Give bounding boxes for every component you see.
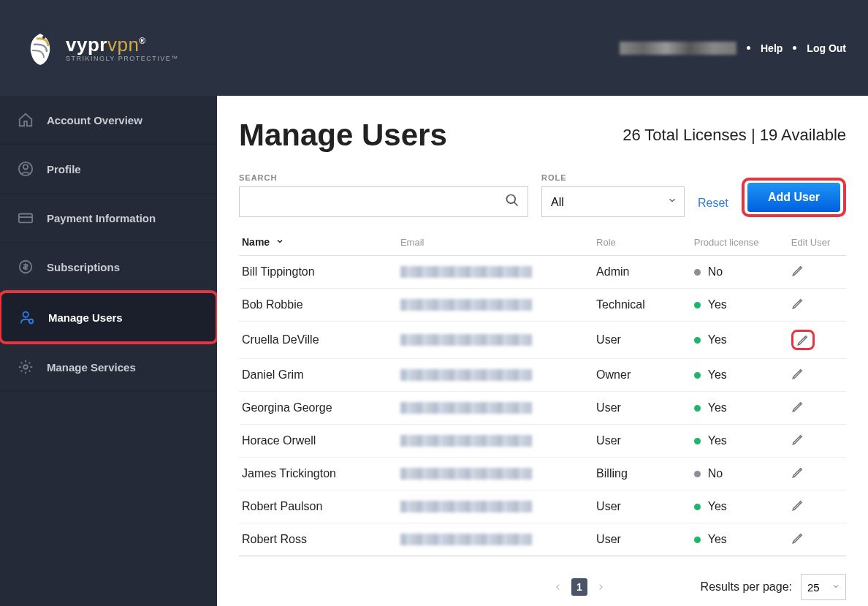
sidebar-item-account-overview[interactable]: Account Overview	[0, 96, 217, 145]
edit-user-button[interactable]	[791, 400, 804, 413]
cell-email	[397, 523, 593, 556]
header-right: Help Log Out	[620, 42, 846, 55]
status-dot-icon	[694, 438, 701, 444]
table-row: Daniel GrimOwnerYes	[239, 359, 846, 392]
cell-role: Billing	[593, 458, 691, 491]
page-number[interactable]: 1	[571, 578, 587, 596]
cell-email	[397, 491, 593, 523]
pagination: 1	[332, 578, 608, 596]
col-name[interactable]: Name	[239, 230, 397, 256]
svg-line-10	[514, 202, 518, 206]
cell-name: James Trickington	[239, 458, 397, 491]
cell-name: Robert Paulson	[239, 491, 397, 523]
add-user-button[interactable]: Add User	[747, 183, 840, 212]
cell-license: Yes	[691, 392, 788, 425]
edit-user-button[interactable]	[791, 466, 804, 479]
cell-name: Robert Ross	[239, 523, 397, 556]
table-row: Bob RobbieTechnicalYes	[239, 289, 846, 322]
header: vyprvpn® STRIKINGLY PROTECTIVE™ Help Log…	[0, 0, 868, 96]
edit-user-button[interactable]	[791, 367, 804, 380]
results-per-page-label: Results per page:	[701, 580, 792, 594]
reset-link[interactable]: Reset	[698, 197, 728, 217]
cell-email	[397, 392, 593, 425]
help-link[interactable]: Help	[761, 42, 783, 54]
search-input[interactable]	[239, 186, 528, 217]
brand-tagline: STRIKINGLY PROTECTIVE™	[66, 55, 179, 62]
sidebar-item-subscriptions[interactable]: Subscriptions	[0, 243, 217, 292]
table-row: Robert RossUserYes	[239, 523, 846, 556]
home-icon	[18, 112, 34, 128]
cell-name: Daniel Grim	[239, 359, 397, 392]
next-page-button[interactable]	[593, 578, 608, 596]
status-dot-icon	[694, 405, 701, 412]
edit-user-button[interactable]	[791, 330, 815, 350]
status-dot-icon	[694, 504, 701, 510]
cell-email	[397, 458, 593, 491]
role-select[interactable]: All	[541, 186, 685, 217]
edit-user-button[interactable]	[791, 264, 804, 277]
cell-license: Yes	[691, 523, 788, 556]
cell-email	[397, 359, 593, 392]
cell-email	[397, 322, 593, 359]
status-dot-icon	[694, 471, 701, 477]
status-dot-icon	[694, 537, 701, 543]
table-row: Georgina GeorgeUserYes	[239, 392, 846, 425]
sidebar-item-manage-services[interactable]: Manage Services	[0, 343, 217, 392]
edit-user-button[interactable]	[791, 499, 804, 512]
status-dot-icon	[694, 337, 701, 344]
cell-license: Yes	[691, 289, 788, 322]
sidebar-item-label: Manage Users	[48, 311, 123, 324]
cell-email	[397, 425, 593, 458]
cell-name: Georgina George	[239, 392, 397, 425]
results-per-page-select[interactable]: 25	[801, 574, 846, 600]
sidebar-item-label: Subscriptions	[47, 261, 120, 273]
profile-icon	[18, 161, 34, 177]
cell-role: Admin	[593, 256, 691, 289]
cell-license: Yes	[691, 425, 788, 458]
cell-name: Bob Robbie	[239, 289, 397, 322]
edit-user-button[interactable]	[791, 433, 804, 446]
users-table: Name Email Role Product license Edit Use…	[239, 230, 846, 556]
table-row: Cruella DeVilleUserYes	[239, 322, 846, 359]
license-info: 26 Total Licenses | 19 Available	[623, 126, 846, 145]
cell-license: Yes	[691, 322, 788, 359]
refresh-dollar-icon	[18, 259, 34, 275]
cell-license: Yes	[691, 359, 788, 392]
col-product-license[interactable]: Product license	[691, 230, 788, 256]
table-row: Horace OrwellUserYes	[239, 425, 846, 458]
col-role[interactable]: Role	[593, 230, 691, 256]
svg-point-8	[23, 365, 28, 369]
col-email[interactable]: Email	[397, 230, 593, 256]
user-gear-icon	[19, 309, 35, 325]
cell-name: Horace Orwell	[239, 425, 397, 458]
edit-user-button[interactable]	[791, 297, 804, 310]
col-edit-user: Edit User	[788, 230, 846, 256]
vypr-logo-icon	[22, 30, 58, 67]
sidebar-item-manage-users[interactable]: Manage Users	[0, 290, 218, 344]
brand-text: vyprvpn®	[66, 34, 179, 56]
cell-role: Technical	[593, 289, 691, 322]
search-label: SEARCH	[239, 173, 528, 182]
status-dot-icon	[694, 372, 701, 379]
cell-role: User	[593, 425, 691, 458]
role-label: ROLE	[541, 173, 685, 182]
sidebar-item-label: Payment Information	[47, 212, 156, 224]
sidebar-item-profile[interactable]: Profile	[0, 145, 217, 194]
sidebar-item-payment-information[interactable]: Payment Information	[0, 194, 217, 243]
edit-user-button[interactable]	[791, 531, 804, 545]
logout-link[interactable]: Log Out	[807, 42, 846, 54]
separator-dot	[747, 46, 750, 50]
svg-point-9	[507, 195, 516, 204]
status-dot-icon	[694, 302, 701, 308]
search-icon	[505, 193, 519, 211]
prev-page-button[interactable]	[551, 578, 566, 596]
svg-point-0	[42, 36, 45, 39]
svg-rect-3	[19, 214, 32, 223]
main-content: Manage Users 26 Total Licenses | 19 Avai…	[217, 96, 868, 606]
sidebar: Account Overview Profile Payment Informa…	[0, 96, 217, 606]
sidebar-item-label: Account Overview	[47, 114, 142, 126]
cell-role: User	[593, 392, 691, 425]
cell-role: Owner	[593, 359, 691, 392]
sidebar-item-label: Profile	[47, 163, 81, 175]
brand-logo[interactable]: vyprvpn® STRIKINGLY PROTECTIVE™	[22, 30, 179, 67]
